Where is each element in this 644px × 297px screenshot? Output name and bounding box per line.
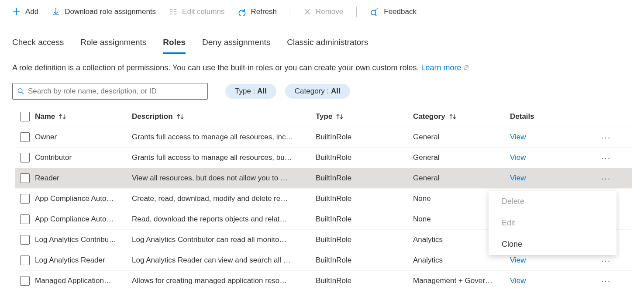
table-row[interactable]: Managed Application…Allows for creating … <box>15 271 632 291</box>
tab-check-access[interactable]: Check access <box>12 38 64 54</box>
cell-name: Log Analytics Reader <box>35 256 132 265</box>
row-checkbox[interactable] <box>20 235 30 245</box>
cell-type: BuiltInRole <box>316 153 413 162</box>
learn-more-link[interactable]: Learn more <box>421 63 469 72</box>
table-row[interactable]: OwnerGrants full access to manage all re… <box>15 127 632 148</box>
cell-description: Log Analytics Reader can view and search… <box>132 256 316 265</box>
row-checkbox[interactable] <box>20 132 30 142</box>
row-checkbox[interactable] <box>20 173 30 183</box>
cell-type: BuiltInRole <box>316 276 413 285</box>
tab-bar: Check access Role assignments Roles Deny… <box>0 25 644 54</box>
cell-description: Allows for creating managed application … <box>132 276 316 285</box>
row-checkbox[interactable] <box>20 153 30 162</box>
menu-item-edit: Edit <box>489 212 616 234</box>
menu-item-delete: Delete <box>489 191 616 212</box>
cell-name: Log Analytics Contribu… <box>35 235 132 244</box>
columns-icon <box>169 7 178 16</box>
cell-name: Contributor <box>35 153 132 162</box>
column-header-details: Details <box>510 112 597 121</box>
view-link[interactable]: View <box>510 133 526 141</box>
description-text: A role definition is a collection of per… <box>12 63 421 72</box>
edit-columns-button: Edit columns <box>169 7 224 16</box>
column-header-type[interactable]: Type <box>316 112 413 121</box>
column-name-label: Name <box>35 112 55 121</box>
external-link-icon <box>463 63 469 73</box>
row-checkbox[interactable] <box>20 194 30 204</box>
filters-row: Type : All Category : All <box>0 73 644 100</box>
search-box[interactable] <box>12 83 208 100</box>
separator <box>356 7 357 17</box>
sort-icon <box>59 113 66 120</box>
filter-pills: Type : All Category : All <box>225 84 350 99</box>
cell-category: General <box>413 133 510 142</box>
cell-name: Owner <box>35 133 132 142</box>
cell-category: General <box>413 153 510 162</box>
cell-category: Analytics <box>413 256 510 265</box>
sort-icon <box>176 113 184 120</box>
cell-type: BuiltInRole <box>316 256 413 265</box>
type-filter[interactable]: Type : All <box>225 84 276 99</box>
separator <box>290 7 290 17</box>
page-description: A role definition is a collection of per… <box>0 54 644 73</box>
column-details-label: Details <box>510 112 534 121</box>
cell-description: Create, read, download, modify and delet… <box>132 194 316 203</box>
tab-classic-admins[interactable]: Classic administrators <box>287 38 368 54</box>
column-category-label: Category <box>413 112 445 121</box>
add-button[interactable]: Add <box>12 7 38 16</box>
column-description-label: Description <box>132 112 173 121</box>
search-input[interactable] <box>28 87 203 96</box>
type-filter-value: All <box>257 87 267 95</box>
row-checkbox[interactable] <box>20 214 30 224</box>
more-actions-button[interactable]: ··· <box>601 153 611 162</box>
search-icon <box>17 87 24 95</box>
select-all-checkbox[interactable] <box>20 112 30 121</box>
type-filter-label: Type : <box>235 87 257 95</box>
cell-type: BuiltInRole <box>316 235 413 244</box>
command-bar: Add Download role assignments Edit colum… <box>0 0 644 25</box>
cell-description: Log Analytics Contributor can read all m… <box>132 235 316 244</box>
cell-type: BuiltInRole <box>316 194 413 203</box>
download-icon <box>52 7 60 16</box>
sort-icon <box>449 113 457 120</box>
tab-roles[interactable]: Roles <box>163 38 186 54</box>
cell-name: Reader <box>35 174 132 183</box>
category-filter[interactable]: Category : All <box>285 84 350 99</box>
svg-point-0 <box>18 89 22 93</box>
cell-name: App Compliance Auto… <box>35 215 132 224</box>
table-row[interactable]: ContributorGrants full access to manage … <box>15 148 632 168</box>
column-header-name[interactable]: Name <box>35 112 132 121</box>
view-link[interactable]: View <box>510 276 526 285</box>
edit-columns-label: Edit columns <box>182 7 224 16</box>
cell-type: BuiltInRole <box>316 133 413 142</box>
tab-role-assignments[interactable]: Role assignments <box>80 38 146 54</box>
learn-more-label: Learn more <box>421 63 461 72</box>
cell-name: App Compliance Auto… <box>35 194 132 203</box>
more-actions-button[interactable]: ··· <box>601 132 611 142</box>
column-type-label: Type <box>316 112 332 121</box>
cell-category: General <box>413 174 510 183</box>
tab-deny-assignments[interactable]: Deny assignments <box>202 38 270 54</box>
table-header: Name Description Type Category Details <box>15 107 632 127</box>
view-link[interactable]: View <box>510 174 526 182</box>
view-link[interactable]: View <box>510 256 526 264</box>
refresh-button[interactable]: Refresh <box>238 7 277 16</box>
menu-item-clone[interactable]: Clone <box>489 234 616 255</box>
download-button[interactable]: Download role assignments <box>52 7 156 16</box>
more-actions-button[interactable]: ··· <box>601 276 611 286</box>
cell-type: BuiltInRole <box>316 215 413 224</box>
more-actions-button[interactable]: ··· <box>601 173 611 183</box>
sort-icon <box>336 113 344 120</box>
cell-description: View all resources, but does not allow y… <box>132 174 316 183</box>
row-context-menu: Delete Edit Clone <box>489 191 616 255</box>
row-checkbox[interactable] <box>20 256 30 265</box>
more-actions-button[interactable]: ··· <box>601 256 611 265</box>
remove-button: Remove <box>303 7 343 16</box>
column-header-category[interactable]: Category <box>413 112 510 121</box>
view-link[interactable]: View <box>510 153 526 162</box>
feedback-button[interactable]: Feedback <box>370 7 417 17</box>
table-row[interactable]: ReaderView all resources, but does not a… <box>15 168 632 189</box>
row-checkbox[interactable] <box>20 276 30 286</box>
plus-icon <box>12 7 21 16</box>
feedback-icon <box>370 7 379 17</box>
column-header-description[interactable]: Description <box>132 112 316 121</box>
